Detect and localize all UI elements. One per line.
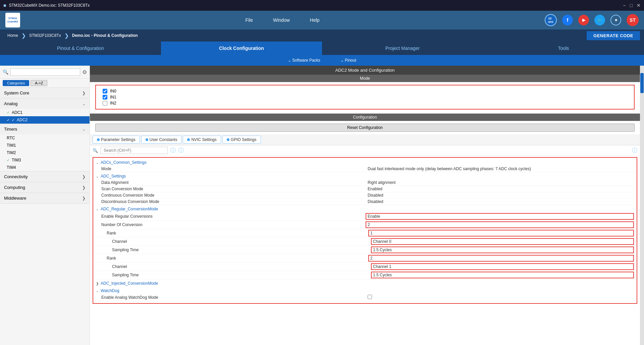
sidebar-item-tim2[interactable]: TIM2 (0, 149, 90, 156)
breadcrumb-project[interactable]: Demo.ioc - Pinout & Configuration (69, 33, 141, 38)
sub-toolbar: ⌄ Software Packs ⌄ Pinout (0, 55, 644, 66)
search-icon: 🔍 (3, 69, 8, 75)
sidebar-section-header-system-core[interactable]: System Core ❯ (0, 88, 90, 98)
sidebar-item-tim1[interactable]: TIM1 (0, 142, 90, 149)
sampling2-value: 1.5 Cycles (371, 272, 634, 278)
main-content: 🔍 ⚙ Categories A->Z System Core ❯ Analog… (0, 66, 644, 345)
tab-project-manager[interactable]: Project Manager (322, 42, 483, 55)
param-settings-dot (97, 138, 100, 141)
sidebar-section-header-connectivity[interactable]: Connectivity ❯ (0, 171, 90, 182)
title-bar-controls[interactable]: − □ ✕ (623, 3, 641, 8)
checkbox-in2[interactable] (103, 101, 107, 106)
filter-categories-button[interactable]: Categories (3, 80, 29, 86)
sidebar-section-header-computing[interactable]: Computing ❯ (0, 182, 90, 193)
tab-parameter-settings[interactable]: Parameter Settings (93, 136, 140, 144)
adcs-common-collapse-icon: ⌄ (96, 161, 99, 164)
watchdog-mode-name: Enable Analog WatchDog Mode (96, 295, 368, 300)
sidebar-item-adc1[interactable]: ADC1 (0, 109, 90, 116)
pinout-menu[interactable]: ⌄ Pinout (340, 58, 356, 63)
param-row-rank1: Rank 1 (95, 229, 635, 237)
settings-gear-icon[interactable]: ⚙ (82, 69, 87, 75)
sidebar-item-adc2[interactable]: ✓ ADC2 (0, 116, 90, 124)
param-row-data-align: Data Alignment Right alignment (95, 180, 635, 186)
sidebar-section-header-analog[interactable]: Analog ⌄ (0, 98, 90, 109)
menu-bar: STM32CubeMX File Window Help 10ans f ▶ 🐦… (0, 11, 644, 29)
param-row-sampling2: Sampling Time 1.5 Cycles (95, 271, 635, 279)
menu-window[interactable]: Window (273, 17, 290, 23)
watchdog-header[interactable]: ⌄ WatchDog (95, 287, 635, 294)
adc-injected-header[interactable]: ❯ ADC_Injected_ConversionMode (95, 280, 635, 287)
maximize-button[interactable]: □ (630, 3, 633, 8)
enable-regular-value: Enable (366, 213, 634, 220)
st-icon[interactable]: ST (627, 14, 639, 26)
param-group-adc-regular: ⌄ ADC_Regular_ConversionMode Enable Regu… (95, 206, 635, 279)
data-align-value: Right alignment (368, 180, 634, 185)
watchdog-mode-checkbox[interactable] (368, 295, 372, 299)
connectivity-label: Connectivity (4, 174, 28, 179)
help-icon-1[interactable]: ⓘ (170, 147, 176, 154)
adc1-label: ADC1 (12, 110, 22, 115)
param-row-channel1: Channel Channel 0 (95, 237, 635, 246)
timers-expand-icon: ⌄ (82, 127, 86, 132)
tab-gpio-settings[interactable]: GPIO Settings (222, 136, 261, 144)
parameter-table: ⌄ ADCs_Common_Settings Mode Dual fast in… (90, 156, 640, 345)
tab-tools[interactable]: Tools (483, 42, 644, 55)
checkbox-in0[interactable] (103, 89, 107, 93)
software-packs-menu[interactable]: ⌄ Software Packs (288, 58, 320, 63)
param-row-channel2: Channel Channel 1 (95, 263, 635, 271)
num-conv-name: Number Of Conversion (96, 222, 366, 227)
checkbox-in1[interactable] (103, 95, 107, 99)
twitter-icon[interactable]: 🐦 (594, 15, 605, 25)
facebook-icon[interactable]: f (562, 15, 573, 25)
title-bar-left: ■ STM32CubeMX Demo.ioc: STM32F103C8Tx (3, 3, 90, 8)
sidebar-section-header-middleware[interactable]: Middleware ❯ (0, 193, 90, 203)
sidebar-section-connectivity: Connectivity ❯ (0, 171, 90, 182)
sidebar-section-header-timers[interactable]: Timers ⌄ (0, 124, 90, 134)
adc-injected-expand-icon: ❯ (96, 282, 99, 285)
help-icon-2[interactable]: ⓘ (178, 147, 184, 154)
menu-items: File Window Help (40, 17, 525, 23)
breadcrumb-arrow-1: ❯ (21, 32, 26, 39)
app-logo: STM32CubeMX (5, 13, 20, 27)
sidebar-item-tim3[interactable]: TIM3 (0, 156, 90, 164)
param-search-input[interactable] (101, 147, 168, 154)
adc-settings-header[interactable]: ⌄ ADC_Settings (95, 173, 635, 180)
youtube-icon[interactable]: ▶ (578, 15, 589, 25)
generate-code-button[interactable]: GENERATE CODE (587, 31, 640, 40)
content-area: ADC2 Mode and Configuration Mode IN0 IN1… (90, 66, 640, 345)
menu-help[interactable]: Help (310, 17, 320, 23)
middleware-expand-icon: ❯ (82, 196, 86, 201)
sidebar-item-rtc[interactable]: RTC (0, 134, 90, 142)
menu-file[interactable]: File (245, 17, 253, 23)
tab-user-constants[interactable]: User Constants (141, 136, 182, 144)
discont-conv-value: Disabled (368, 199, 634, 204)
config-section-label: Configuration (90, 114, 640, 121)
icon-10th: 10ans (545, 14, 557, 26)
tab-clock-configuration[interactable]: Clock Configuration (161, 42, 322, 55)
info-icon[interactable]: ⓘ (632, 147, 637, 154)
watchdog-collapse-icon: ⌄ (96, 289, 99, 293)
tab-pinout-configuration[interactable]: Pinout & Configuration (0, 42, 161, 55)
filter-az-button[interactable]: A->Z (31, 80, 47, 86)
analog-label: Analog (4, 101, 17, 106)
param-settings-label: Parameter Settings (101, 137, 136, 142)
tab-nvic-settings[interactable]: NVIC Settings (183, 136, 221, 144)
close-button[interactable]: ✕ (637, 3, 641, 8)
reset-configuration-button[interactable]: Reset Configuration (95, 124, 635, 132)
network-icon[interactable]: ✦ (610, 15, 621, 25)
scroll-thumb[interactable] (640, 73, 644, 93)
computing-label: Computing (4, 185, 25, 190)
checkbox-in1-label: IN1 (110, 95, 116, 99)
adcs-common-header[interactable]: ⌄ ADCs_Common_Settings (95, 159, 635, 166)
discont-conv-name: Discontinuous Conversion Mode (96, 199, 368, 204)
middleware-label: Middleware (4, 196, 26, 201)
sidebar-item-tim4[interactable]: TIM4 (0, 164, 90, 171)
param-row-rank2: Rank 2 (95, 254, 635, 263)
adc-regular-header[interactable]: ⌄ ADC_Regular_ConversionMode (95, 206, 635, 212)
checkbox-in1-row: IN1 (103, 94, 627, 100)
breadcrumb-chip[interactable]: STM32F103C8Tx (26, 33, 64, 38)
minimize-button[interactable]: − (623, 3, 626, 8)
adc-settings-collapse-icon: ⌄ (96, 175, 99, 178)
sidebar-search-input[interactable] (10, 68, 80, 76)
breadcrumb-home[interactable]: Home (4, 33, 21, 38)
